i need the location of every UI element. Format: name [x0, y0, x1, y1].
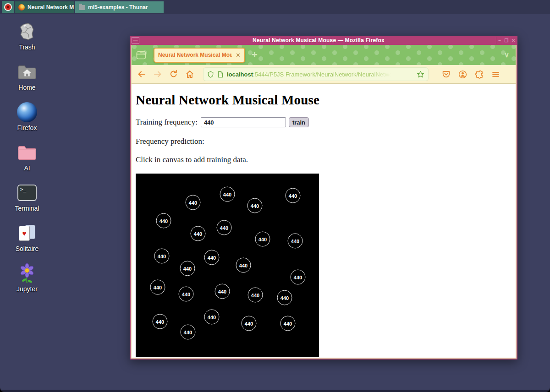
desktop-icon-label: Terminal [15, 205, 39, 212]
training-point[interactable]: 440 [220, 187, 235, 202]
tab-title: Neural Network Musical Mouse [158, 52, 232, 58]
training-point[interactable]: 440 [280, 316, 296, 331]
training-point[interactable]: 440 [242, 316, 257, 331]
training-point[interactable]: 440 [277, 290, 292, 305]
desktop: Neural Network Musi...ml5-examples - Thu… [0, 0, 550, 392]
account-icon[interactable] [458, 70, 467, 79]
training-point[interactable]: 440 [255, 232, 270, 247]
record-icon [4, 3, 12, 11]
window-menu-button[interactable]: — [132, 37, 139, 44]
training-point[interactable]: 440 [204, 310, 220, 325]
desktop-icon-jupyter[interactable]: Jupyter [8, 263, 46, 293]
desktop-icon-ai[interactable]: AI [8, 142, 46, 172]
bottom-edge-strip [0, 390, 550, 392]
training-point[interactable]: 440 [153, 314, 168, 329]
training-point[interactable]: 440 [186, 195, 201, 210]
desktop-icon-solitaire[interactable]: ♥Solitaire [8, 223, 46, 252]
tab-close-icon[interactable]: ✕ [236, 52, 241, 59]
desktop-icon-label: Trash [19, 44, 35, 51]
taskbar-task-thunar-task[interactable]: ml5-examples - Thunar [75, 1, 164, 13]
tab-strip: Neural Network Musical Mouse ✕ + ∨ [132, 45, 516, 65]
training-point[interactable]: 440 [191, 226, 206, 241]
firefox-icon [18, 4, 25, 11]
training-point[interactable]: 440 [291, 270, 306, 285]
solitaire-cards-icon: ♥ [17, 224, 37, 242]
navigation-toolbar: localhost:5444/P5JS Framework/NeuralNetw… [132, 65, 516, 84]
training-point[interactable]: 440 [217, 220, 232, 235]
firefox-window: — Neural Network Musical Mouse — Mozilla… [130, 36, 517, 359]
bookmark-star-icon[interactable] [417, 71, 424, 78]
training-point[interactable]: 440 [215, 284, 230, 299]
hamburger-menu-icon[interactable] [491, 70, 500, 79]
training-point[interactable]: 440 [181, 325, 196, 340]
desktop-icon-terminal[interactable]: >_Terminal [8, 182, 46, 212]
desktop-icon-label: Jupyter [16, 285, 38, 293]
desktop-icon-trash[interactable]: Trash [8, 21, 46, 51]
training-point[interactable]: 440 [286, 188, 301, 203]
desktop-icon-firefox[interactable]: Firefox [8, 102, 46, 131]
desktop-icon-label: Firefox [17, 124, 37, 131]
training-point[interactable]: 440 [248, 198, 263, 213]
training-point[interactable]: 440 [156, 213, 171, 229]
minimize-button[interactable]: – [496, 37, 503, 44]
screen-recorder-button[interactable] [2, 1, 14, 13]
firefox-globe-icon [17, 102, 37, 122]
toolbar-right-icons [442, 70, 500, 79]
reload-icon[interactable] [169, 70, 178, 79]
task-label: Neural Network Musi... [28, 4, 74, 11]
forward-icon[interactable] [153, 70, 162, 79]
new-tab-button[interactable]: + [252, 50, 258, 60]
desktop-icon-home[interactable]: Home [8, 61, 46, 91]
trash-icon [17, 22, 37, 42]
p5-training-canvas[interactable]: 4404404404404404404404404404404404404404… [136, 174, 319, 357]
pocket-icon[interactable] [442, 70, 451, 79]
training-frequency-label: Training frequency: [136, 118, 198, 127]
maximize-button[interactable]: ❒ [503, 37, 510, 44]
training-point[interactable]: 440 [180, 261, 195, 276]
url-text: localhost:5444/P5JS Framework/NeuralNetw… [227, 71, 413, 78]
firefox-view-icon[interactable] [136, 51, 146, 60]
folder-icon [79, 5, 85, 10]
taskbar: Neural Network Musi...ml5-examples - Thu… [0, 0, 550, 14]
training-point[interactable]: 440 [288, 234, 303, 249]
home-icon [16, 63, 38, 81]
home-icon[interactable] [185, 70, 194, 79]
list-all-tabs-chevron-icon[interactable]: ∨ [504, 51, 509, 59]
training-point[interactable]: 440 [179, 287, 194, 302]
shield-icon [207, 71, 214, 78]
window-title: Neural Network Musical Mouse — Mozilla F… [141, 37, 496, 44]
terminal-icon: >_ [17, 185, 37, 201]
frequency-prediction-label: Frequency prediction: [136, 137, 512, 146]
tab-neural-network-musical-mouse[interactable]: Neural Network Musical Mouse ✕ [154, 48, 245, 63]
training-frequency-input[interactable] [201, 117, 286, 127]
desktop-icon-label: Solitaire [16, 245, 39, 252]
window-titlebar[interactable]: — Neural Network Musical Mouse — Mozilla… [130, 36, 517, 45]
back-icon[interactable] [137, 70, 146, 79]
training-point[interactable]: 440 [204, 250, 220, 265]
training-point[interactable]: 440 [248, 288, 263, 303]
training-point[interactable]: 440 [154, 249, 170, 264]
training-point[interactable]: 440 [150, 280, 165, 295]
page-title: Neural Network Musical Mouse [136, 93, 512, 108]
page-content: Neural Network Musical Mouse Training fr… [132, 84, 516, 358]
ai-folder-icon [16, 143, 38, 162]
canvas-instruction: Click in canvas to add training data. [136, 155, 512, 164]
desktop-icon-label: Home [18, 84, 35, 91]
jupyter-flower-icon [17, 263, 37, 284]
extensions-puzzle-icon[interactable] [475, 70, 484, 79]
training-controls: Training frequency: train [136, 117, 512, 127]
page-icon [217, 71, 224, 78]
taskbar-task-firefox-task[interactable]: Neural Network Musi... [15, 1, 74, 13]
desktop-icon-label: AI [24, 164, 30, 172]
desktop-icon-column: TrashHomeFirefoxAI>_Terminal♥SolitaireJu… [8, 21, 46, 293]
train-button[interactable]: train [289, 117, 309, 127]
close-button[interactable]: ✕ [510, 37, 517, 44]
url-bar[interactable]: localhost:5444/P5JS Framework/NeuralNetw… [203, 67, 429, 81]
browser-chrome: Neural Network Musical Mouse ✕ + ∨ [131, 45, 517, 359]
training-point[interactable]: 440 [236, 258, 251, 273]
task-label: ml5-examples - Thunar [88, 4, 148, 11]
taskbar-task-list: Neural Network Musi...ml5-examples - Thu… [15, 0, 164, 13]
